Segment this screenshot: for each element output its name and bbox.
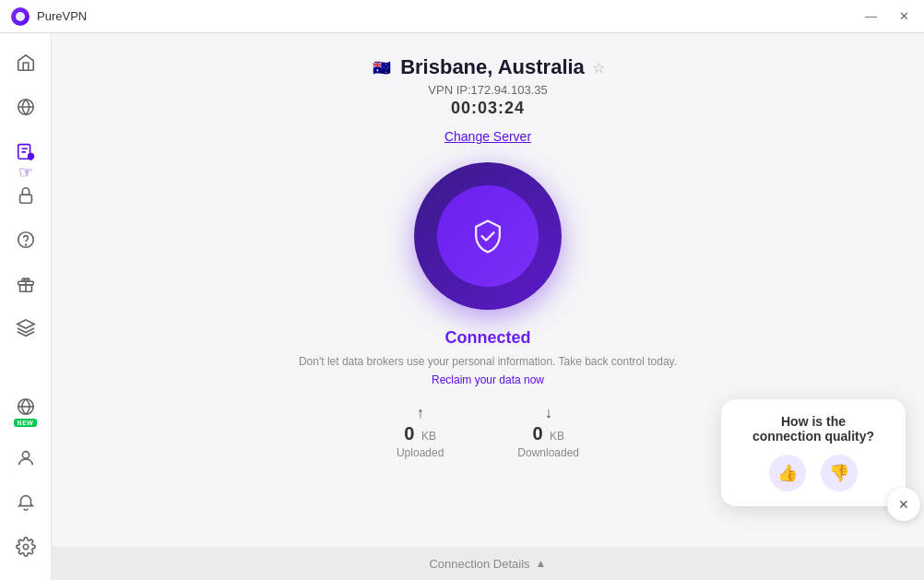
connection-details-bar[interactable]: Connection Details ▲ (52, 547, 924, 580)
sidebar-item-profiles[interactable]: ! ☞ (7, 133, 44, 170)
quality-popup-close-button[interactable]: ✕ (887, 488, 920, 521)
sidebar-item-servers[interactable] (7, 89, 44, 125)
stats-row: ↑ 0 KB Uploaded ↓ 0 KB Downloaded (397, 405, 579, 459)
sidebar-item-notifications[interactable] (7, 484, 44, 521)
upload-value: 0 (404, 423, 414, 444)
quality-popup-title: How is theconnection quality? (752, 414, 874, 444)
download-arrow-icon: ↓ (545, 405, 552, 421)
connection-timer: 00:03:24 (451, 99, 525, 118)
upload-stat: ↑ 0 KB Uploaded (397, 405, 444, 459)
sidebar-item-settings[interactable] (7, 528, 44, 565)
sidebar-item-home[interactable] (7, 44, 44, 81)
upload-label: Uploaded (397, 446, 444, 459)
titlebar-controls: — ✕ (861, 7, 913, 25)
vpn-ip: VPN IP:172.94.103.35 (428, 83, 547, 97)
svg-point-11 (22, 452, 29, 458)
download-label: Downloaded (517, 446, 579, 459)
vpn-connect-button[interactable] (437, 185, 539, 287)
svg-point-0 (16, 12, 25, 21)
main-layout: ! ☞ (0, 33, 924, 580)
connection-status: Connected (444, 328, 530, 348)
svg-text:!: ! (30, 155, 31, 160)
download-stat: ↓ 0 KB Downloaded (517, 405, 579, 459)
main-content: 🇦🇺 Brisbane, Australia ☆ VPN IP:172.94.1… (52, 33, 924, 580)
thumbs-down-button[interactable]: 👎 (821, 455, 858, 491)
sidebar-item-account[interactable] (7, 440, 44, 477)
connection-details-label: Connection Details (429, 557, 529, 571)
download-unit: KB (550, 430, 564, 443)
svg-point-7 (25, 244, 26, 245)
app-logo (11, 7, 30, 26)
upload-arrow-icon: ↑ (417, 405, 424, 421)
minimize-button[interactable]: — (861, 7, 881, 25)
app-title: PureVPN (37, 9, 87, 23)
titlebar-left: PureVPN (11, 7, 87, 26)
close-button[interactable]: ✕ (895, 7, 913, 25)
vpn-connect-button-outer (414, 162, 562, 310)
location-row: 🇦🇺 Brisbane, Australia ☆ (371, 55, 605, 79)
connection-quality-popup: How is theconnection quality? 👍 👎 ✕ (721, 399, 906, 506)
download-value: 0 (532, 423, 542, 444)
sidebar-item-gift[interactable] (7, 266, 44, 302)
quality-buttons: 👍 👎 (769, 455, 858, 491)
status-description: Don't let data brokers use your personal… (299, 353, 677, 370)
sidebar: ! ☞ (0, 33, 52, 580)
sidebar-item-layers[interactable] (7, 310, 44, 347)
upload-unit: KB (421, 430, 436, 443)
new-badge: NEW (14, 419, 38, 427)
shield-check-icon (468, 216, 508, 256)
chevron-up-icon: ▲ (536, 557, 547, 570)
titlebar: PureVPN — ✕ (0, 0, 924, 33)
reclaim-data-link[interactable]: Reclaim your data now (432, 373, 544, 386)
country-flag: 🇦🇺 (371, 56, 393, 78)
location-name: Brisbane, Australia (400, 55, 585, 79)
sidebar-item-support[interactable] (7, 221, 44, 258)
svg-point-12 (23, 544, 29, 550)
sidebar-item-global[interactable]: NEW (7, 388, 44, 425)
favorite-star-icon[interactable]: ☆ (592, 59, 605, 77)
change-server-link[interactable]: Change Server (444, 129, 531, 144)
thumbs-up-button[interactable]: 👍 (769, 455, 806, 491)
sidebar-item-security[interactable] (7, 177, 44, 214)
svg-rect-5 (19, 195, 31, 203)
